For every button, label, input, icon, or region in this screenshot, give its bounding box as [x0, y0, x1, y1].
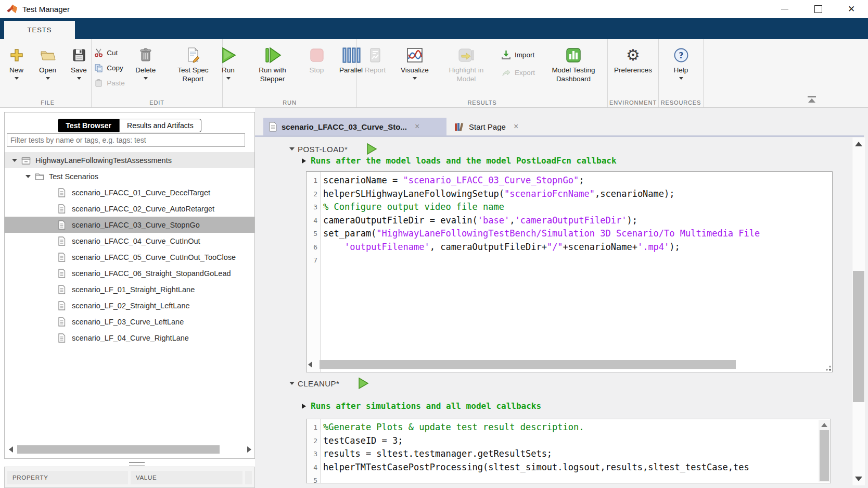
section-label-resources: RESOURCES [659, 99, 703, 106]
scroll-up-icon[interactable] [855, 142, 862, 146]
expand-description-icon[interactable] [302, 404, 306, 409]
main-vertical-scrollbar[interactable] [852, 137, 865, 485]
run-section-button[interactable] [357, 377, 369, 390]
column-header-property[interactable]: PROPERTY [7, 471, 128, 484]
minimize-button[interactable] [768, 0, 801, 18]
line-number: 3 [307, 201, 323, 214]
tab-tests[interactable]: TESTS [4, 21, 75, 39]
expand-description-icon[interactable] [302, 158, 306, 164]
stop-button[interactable]: Stop [302, 44, 331, 75]
report-label: Report [365, 66, 386, 75]
books-icon [454, 122, 464, 132]
maximize-button[interactable] [801, 0, 835, 18]
chevron-down-icon [226, 77, 231, 80]
browser-tab-bar: Test Browser Results and Artifacts [5, 119, 254, 132]
expander-icon[interactable] [12, 159, 17, 162]
scrollbar-thumb[interactable] [853, 271, 864, 402]
line-number: 1 [307, 174, 323, 187]
scrollbar-thumb[interactable] [17, 445, 220, 454]
run-icon [220, 44, 237, 66]
testcase-icon [58, 188, 67, 197]
line-number: 4 [307, 461, 323, 474]
tree-item[interactable]: scenario_LF_03_Curve_LeftLane [5, 314, 254, 330]
open-button[interactable]: Open [33, 44, 62, 80]
highlight-in-model-button[interactable]: Highlight in Model [440, 44, 493, 84]
tab-test-browser[interactable]: Test Browser [58, 119, 119, 132]
report-button[interactable]: Report [361, 44, 390, 75]
tree-item[interactable]: scenario_LFACC_02_Curve_AutoRetarget [5, 201, 254, 217]
filter-tests-input[interactable] [7, 133, 245, 147]
collapse-ribbon-button[interactable] [808, 96, 816, 103]
post-load-description[interactable]: Runs after the model loads and the model… [302, 156, 617, 166]
scroll-left-icon[interactable] [308, 361, 312, 368]
chevron-down-icon [413, 77, 417, 80]
save-button[interactable]: Save [65, 44, 94, 80]
tree-item[interactable]: scenario_LF_01_Straight_RightLane [5, 281, 254, 297]
help-label: Help [674, 66, 688, 75]
test-spec-report-button[interactable]: Test Spec Report [167, 44, 220, 84]
tab-results-and-artifacts[interactable]: Results and Artifacts [119, 119, 201, 132]
code-line: % Configure output video file name [323, 201, 504, 214]
import-button[interactable]: Import [501, 48, 535, 61]
preferences-button[interactable]: ⚙ Preferences [611, 44, 655, 75]
cleanup-description[interactable]: Runs after simulations and all model cal… [302, 401, 541, 411]
document-tab-start-page[interactable]: Start Page × [449, 118, 528, 135]
cut-button[interactable]: Cut [94, 46, 125, 59]
toolbar-group-run: Run Run with Stepper Stop Parallel [223, 39, 357, 107]
collapse-section-icon[interactable] [289, 382, 295, 385]
scroll-down-icon[interactable] [855, 477, 862, 481]
model-testing-dashboard-button[interactable]: Model Testing Dashboard [543, 44, 604, 84]
code-line: scenarioName = "scenario_LFACC_03_Curve_… [323, 174, 584, 187]
tree-item[interactable]: scenario_LFACC_04_Curve_CutInOut [5, 233, 254, 249]
scrollbar-thumb[interactable] [820, 430, 829, 481]
save-icon [72, 44, 86, 66]
run-with-stepper-label: Run with Stepper [251, 66, 295, 84]
tree-item[interactable]: scenario_LFACC_06_Straight_StopandGoLead [5, 265, 254, 281]
editor-horizontal-scrollbar[interactable] [308, 359, 831, 370]
help-button[interactable]: ? Help [667, 44, 696, 80]
paste-button[interactable]: Paste [94, 77, 125, 89]
delete-button[interactable]: Delete [131, 44, 160, 80]
toolbar-group-resources: ? Help RESOURCES [659, 39, 704, 107]
document-tab-scenario[interactable]: scenario_LFACC_03_Curve_Sto... × [263, 118, 446, 135]
new-button[interactable]: New [2, 44, 31, 80]
close-button[interactable]: ✕ [835, 0, 868, 18]
column-header-value[interactable]: VALUE [131, 471, 242, 484]
new-icon [9, 44, 24, 66]
run-with-stepper-button[interactable]: Run with Stepper [248, 44, 297, 84]
export-button[interactable]: Export [501, 66, 535, 79]
cleanup-code-editor[interactable]: 1%Generate Plots & update test result de… [306, 419, 831, 483]
tree-item[interactable]: scenario_LFACC_05_Curve_CutInOut_TooClos… [5, 249, 254, 265]
collapse-section-icon[interactable] [289, 147, 295, 151]
visualize-button[interactable]: Visualize [398, 44, 431, 80]
tree-item[interactable]: scenario_LF_02_Straight_LeftLane [5, 297, 254, 314]
scrollbar-thumb[interactable] [320, 360, 736, 369]
cut-icon [94, 48, 103, 57]
close-tab-icon[interactable]: × [415, 122, 419, 131]
copy-button[interactable]: Copy [94, 61, 125, 74]
tree-item-label: scenario_LFACC_06_Straight_StopandGoLead [72, 269, 231, 278]
scroll-right-icon[interactable] [247, 446, 251, 453]
panel-splitter-handle[interactable] [129, 462, 145, 466]
post-load-section-header[interactable]: POST-LOAD* [289, 143, 378, 155]
scroll-up-icon[interactable] [821, 423, 827, 427]
resize-grip-icon[interactable] [825, 365, 831, 371]
ribbon-band [0, 18, 868, 39]
close-icon: ✕ [848, 5, 855, 14]
tree-item-label: scenario_LF_01_Straight_RightLane [72, 285, 195, 294]
run-button[interactable]: Run [214, 44, 243, 80]
run-section-button[interactable] [365, 143, 378, 155]
tree-item[interactable]: Test Scenarios [5, 168, 254, 184]
tree-item[interactable]: HighwayLaneFollowingTestAssessments [5, 152, 254, 168]
cleanup-section-header[interactable]: CLEANUP* [289, 377, 369, 390]
close-tab-icon[interactable]: × [514, 122, 518, 131]
tree-item[interactable]: scenario_LF_04_Curve_RightLane [5, 330, 254, 346]
scroll-left-icon[interactable] [9, 446, 13, 453]
post-load-code-editor[interactable]: 1scenarioName = "scenario_LFACC_03_Curve… [306, 171, 833, 372]
tree-item[interactable]: scenario_LFACC_01_Curve_DecelTarget [5, 184, 254, 201]
tree-horizontal-scrollbar[interactable] [9, 445, 251, 454]
editor-vertical-scrollbar[interactable] [819, 420, 830, 482]
stop-label: Stop [310, 66, 324, 75]
expander-icon[interactable] [25, 175, 31, 178]
tree-item[interactable]: scenario_LFACC_03_Curve_StopnGo [5, 217, 254, 233]
